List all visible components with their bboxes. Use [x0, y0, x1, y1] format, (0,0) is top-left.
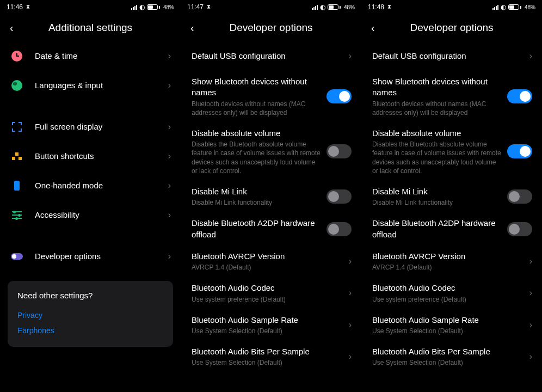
- row-title: Languages & input: [35, 80, 164, 91]
- settings-row[interactable]: Date & time ›: [0, 41, 181, 71]
- footer-question: Need other settings?: [17, 291, 163, 300]
- screen-additional-settings: 11:46 ⧗ ◐ 48% ‹ Additional settings Date…: [0, 0, 181, 392]
- row-title: Full screen display: [35, 121, 164, 132]
- row-title: Bluetooth Audio Bits Per Sample: [372, 346, 525, 357]
- chevron-right-icon: ›: [529, 352, 532, 362]
- header: ‹ Developer options: [181, 14, 361, 41]
- row-subtitle: Disable Mi Link functionality: [192, 198, 322, 207]
- settings-row[interactable]: One-handed mode ›: [0, 171, 181, 200]
- back-button[interactable]: ‹: [10, 22, 21, 34]
- toggle-switch[interactable]: [327, 222, 352, 236]
- toggle-switch[interactable]: [507, 189, 532, 204]
- row-subtitle: Bluetooth devices without names (MAC add…: [192, 100, 322, 117]
- toggle-switch[interactable]: [327, 189, 352, 204]
- screen-developer-options: 11:47 ⧗ ◐ 48% ‹ Developer options Defaul…: [181, 0, 361, 392]
- page-title: Developer options: [382, 22, 521, 34]
- status-bar: 11:46 ⧗ ◐ 48%: [0, 0, 181, 14]
- row-subtitle: Use System Selection (Default): [372, 358, 525, 367]
- back-button[interactable]: ‹: [190, 22, 201, 34]
- settings-row[interactable]: Disable Mi Link Disable Mi Link function…: [361, 181, 542, 212]
- toggle-switch[interactable]: [507, 144, 532, 158]
- footer-card: Need other settings? PrivacyEarphones: [8, 281, 173, 347]
- row-title: Show Bluetooth devices without names: [372, 76, 503, 99]
- back-button[interactable]: ‹: [371, 22, 382, 34]
- header: ‹ Additional settings: [0, 14, 181, 41]
- status-time: 11:46: [7, 3, 23, 11]
- settings-row[interactable]: Bluetooth Audio Codec Use system prefere…: [361, 277, 542, 309]
- settings-row[interactable]: Languages & input ›: [0, 71, 181, 100]
- row-subtitle: AVRCP 1.4 (Default): [372, 263, 525, 272]
- toggle-switch[interactable]: [507, 89, 532, 103]
- settings-row[interactable]: Bluetooth Audio Bits Per Sample Use Syst…: [181, 341, 361, 372]
- row-title: Disable Mi Link: [192, 186, 322, 197]
- battery-icon: [328, 4, 341, 10]
- row-title: Bluetooth Audio Sample Rate: [192, 315, 344, 326]
- settings-row[interactable]: Show Bluetooth devices without names Blu…: [181, 71, 361, 122]
- settings-row[interactable]: Bluetooth AVRCP Version AVRCP 1.4 (Defau…: [181, 246, 361, 277]
- row-title: Accessibility: [35, 210, 164, 220]
- screen-developer-options: 11:48 ⧗ ◐ 48% ‹ Developer options Defaul…: [361, 0, 542, 392]
- settings-row[interactable]: Disable Mi Link Disable Mi Link function…: [181, 181, 361, 212]
- footer-link[interactable]: Earphones: [17, 323, 163, 338]
- settings-row[interactable]: Developer options ›: [0, 242, 181, 271]
- row-subtitle: Use system preference (Default): [192, 295, 344, 304]
- chevron-right-icon: ›: [349, 256, 352, 266]
- settings-row[interactable]: Disable absolute volume Disables the Blu…: [181, 122, 361, 181]
- row-title: Date & time: [35, 51, 164, 62]
- wifi-icon: ◐: [501, 3, 506, 11]
- chevron-right-icon: ›: [168, 210, 171, 220]
- row-title: Bluetooth Audio Bits Per Sample: [192, 346, 344, 357]
- chevron-right-icon: ›: [529, 51, 532, 61]
- settings-row[interactable]: Bluetooth Audio Codec Use system prefere…: [181, 277, 361, 309]
- settings-row[interactable]: Disable Bluetooth A2DP hardware offload: [181, 212, 361, 246]
- chevron-right-icon: ›: [349, 51, 352, 61]
- row-title: Disable Mi Link: [372, 186, 503, 197]
- battery-percent: 48%: [525, 4, 535, 10]
- settings-row[interactable]: Disable absolute volume Disables the Blu…: [361, 122, 542, 181]
- footer-link[interactable]: Privacy: [17, 308, 163, 323]
- chevron-right-icon: ›: [529, 288, 532, 298]
- toggle-switch[interactable]: [327, 144, 352, 158]
- row-subtitle: Use system preference (Default): [372, 295, 525, 304]
- signal-icon: [492, 5, 498, 10]
- settings-row[interactable]: Full screen display ›: [0, 112, 181, 142]
- row-title: Disable Bluetooth A2DP hardware offload: [372, 218, 503, 240]
- dev-icon: [11, 250, 23, 262]
- settings-row[interactable]: Default USB configuration ›: [181, 41, 361, 71]
- row-title: Bluetooth Audio Codec: [372, 283, 525, 293]
- row-subtitle: Disables the Bluetooth absolute volume f…: [192, 140, 322, 175]
- battery-percent: 48%: [163, 4, 174, 10]
- row-title: Disable absolute volume: [372, 128, 503, 139]
- access-icon: [11, 209, 23, 221]
- settings-row[interactable]: Bluetooth Audio Sample Rate Use System S…: [361, 309, 542, 341]
- wifi-icon: ◐: [320, 3, 325, 11]
- settings-row[interactable]: Bluetooth Audio Bits Per Sample Use Syst…: [361, 341, 542, 372]
- chevron-right-icon: ›: [349, 320, 352, 330]
- fullscreen-icon: [11, 121, 23, 133]
- toggle-switch[interactable]: [327, 89, 352, 103]
- settings-row[interactable]: Disable Bluetooth A2DP hardware offload: [361, 212, 542, 246]
- row-title: One-handed mode: [35, 180, 164, 191]
- row-title: Show Bluetooth devices without names: [192, 76, 322, 99]
- settings-row[interactable]: Button shortcuts ›: [0, 142, 181, 171]
- battery-percent: 48%: [344, 4, 355, 10]
- toggle-switch[interactable]: [507, 222, 532, 236]
- settings-row[interactable]: Default USB configuration ›: [361, 41, 542, 71]
- hourglass-icon: ⧗: [207, 4, 211, 10]
- status-time: 11:48: [368, 3, 384, 11]
- header: ‹ Developer options: [361, 14, 542, 41]
- row-subtitle: Use System Selection (Default): [372, 327, 525, 335]
- page-title: Developer options: [201, 22, 341, 34]
- row-title: Disable Bluetooth A2DP hardware offload: [192, 218, 322, 240]
- settings-row[interactable]: Bluetooth AVRCP Version AVRCP 1.4 (Defau…: [361, 246, 542, 277]
- status-time: 11:47: [187, 3, 204, 11]
- settings-row[interactable]: Show Bluetooth devices without names Blu…: [361, 71, 542, 122]
- chevron-right-icon: ›: [168, 181, 171, 191]
- status-bar: 11:48 ⧗ ◐ 48%: [361, 0, 542, 14]
- settings-row[interactable]: Bluetooth Audio Sample Rate Use System S…: [181, 309, 361, 341]
- signal-icon: [312, 5, 318, 10]
- settings-row[interactable]: Accessibility ›: [0, 200, 181, 230]
- row-title: Bluetooth Audio Sample Rate: [372, 315, 525, 326]
- phone-icon: [11, 180, 23, 192]
- row-title: Bluetooth AVRCP Version: [372, 251, 525, 262]
